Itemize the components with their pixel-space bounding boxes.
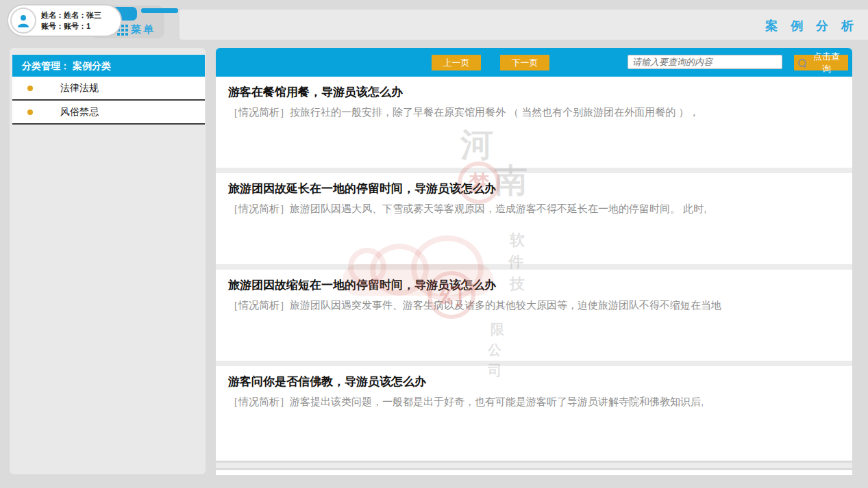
- app-window: 案 例 分 析 姓名：姓名：张三 账号：账号：1 菜单 分类管理： 案例分类 法…: [0, 0, 868, 488]
- case-summary: ［情况简析］旅游团队因遇突发事件、游客生病以及诸多的其他较大原因等，迫使旅游团队…: [228, 298, 839, 313]
- case-title[interactable]: 旅游团因故延长在一地的停留时间，导游员该怎么办: [228, 180, 839, 198]
- page-title: 案 例 分 析: [765, 18, 858, 34]
- case-list: 游客在餐馆用餐，导游员该怎么办［情况简析］按旅行社的一般安排，除了早餐在原宾馆用…: [216, 77, 852, 457]
- sidebar-title: 分类管理： 案例分类: [12, 55, 205, 77]
- next-row-divider: [216, 463, 852, 468]
- next-page-button[interactable]: 下一页: [500, 55, 549, 70]
- user-avatar-icon: [10, 8, 36, 34]
- sidebar-category-item[interactable]: 风俗禁忌: [12, 101, 205, 125]
- bullet-icon: [27, 110, 33, 115]
- case-title[interactable]: 游客在餐馆用餐，导游员该怎么办: [228, 84, 839, 101]
- case-item[interactable]: 旅游团因故延长在一地的停留时间，导游员该怎么办［情况简析］旅游团队因遇大风、下雪…: [216, 173, 852, 264]
- case-toolbar: 上一页 下一页 点击查询: [216, 48, 852, 77]
- case-item[interactable]: 游客在餐馆用餐，导游员该怎么办［情况简析］按旅行社的一般安排，除了早餐在原宾馆用…: [216, 77, 852, 168]
- user-account: 账号：账号：1: [41, 21, 101, 31]
- case-title[interactable]: 旅游团因故缩短在一地的停留时间，导游员该怎么办: [228, 277, 839, 294]
- next-row-partial: [216, 470, 852, 475]
- case-divider: [216, 168, 852, 173]
- case-item[interactable]: 游客问你是否信佛教，导游员该怎么办［情况简析］游客提出该类问题，一般都是出于好奇…: [216, 366, 852, 457]
- case-summary: ［情况简析］按旅行社的一般安排，除了早餐在原宾馆用餐外 （ 当然也有个别旅游团在…: [228, 105, 839, 120]
- category-label: 风俗禁忌: [60, 106, 99, 118]
- case-summary: ［情况简析］游客提出该类问题，一般都是出于好奇，也有可能是游客听了导游员讲解寺院…: [228, 394, 839, 409]
- bullet-icon: [27, 86, 33, 91]
- search-button-label: 点击查询: [809, 51, 844, 75]
- category-list: 法律法规风俗禁忌: [12, 77, 205, 125]
- case-title[interactable]: 游客问你是否信佛教，导游员该怎么办: [228, 373, 839, 391]
- tab-bar-decoration: [141, 8, 178, 13]
- case-item[interactable]: 旅游团因故缩短在一地的停留时间，导游员该怎么办［情况简析］旅游团队因遇突发事件、…: [216, 270, 852, 361]
- user-info-card: 姓名：姓名：张三 账号：账号：1: [7, 4, 122, 37]
- search-button[interactable]: 点击查询: [794, 55, 848, 70]
- category-label: 法律法规: [60, 82, 99, 94]
- menu-label: 菜单: [131, 23, 156, 36]
- case-panel: 上一页 下一页 点击查询 游客在餐馆用餐，导游员该怎么办［情况简析］按旅行社的一…: [216, 48, 852, 461]
- search-icon: [798, 59, 806, 66]
- case-divider: [216, 361, 852, 366]
- category-sidebar: 分类管理： 案例分类 法律法规风俗禁忌: [10, 48, 206, 474]
- search-input[interactable]: [628, 55, 782, 69]
- case-summary: ［情况简析］旅游团队因遇大风、下雪或雾天等客观原因，造成游客不得不延长在一地的停…: [228, 201, 839, 216]
- user-name: 姓名：姓名：张三: [41, 10, 101, 21]
- sidebar-category-item[interactable]: 法律法规: [12, 77, 205, 101]
- prev-page-button[interactable]: 上一页: [432, 55, 481, 70]
- case-divider: [216, 264, 852, 270]
